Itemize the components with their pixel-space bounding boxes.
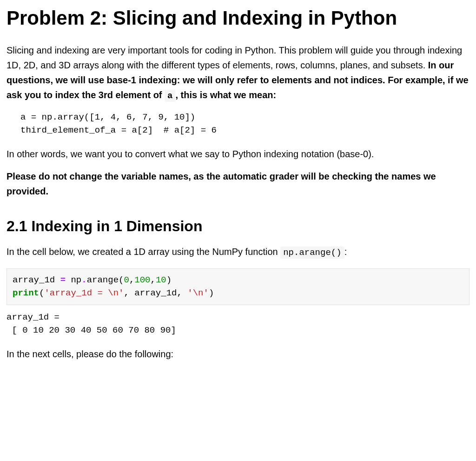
base0-note: In other words, we want you to convert w… [7,147,469,161]
code-cell: array_1d = np.arange(0,100,10) print('ar… [7,268,469,305]
intro-text: Slicing and indexing are very important … [7,45,462,70]
inline-code-a: a [165,90,175,102]
grader-warning: Please do not change the variable names,… [7,169,469,199]
section-heading-2-1: 2.1 Indexing in 1 Dimension [7,217,469,235]
section-intro: In the cell below, we created a 1D array… [7,244,469,260]
intro-bold-post: , this is what we mean: [175,90,276,100]
page-title: Problem 2: Slicing and Indexing in Pytho… [7,7,469,30]
output-cell: array_1d = [ 0 10 20 30 40 50 60 70 80 9… [7,311,469,337]
intro-paragraph: Slicing and indexing are very important … [7,43,469,103]
example-code-block: a = np.array([1, 4, 6, 7, 9, 10]) third_… [20,111,469,137]
next-instruction: In the next cells, please do the followi… [7,347,469,361]
section-intro-post: : [344,247,347,257]
inline-code-arange: np.arange() [280,247,344,259]
section-intro-pre: In the cell below, we created a 1D array… [7,247,280,257]
